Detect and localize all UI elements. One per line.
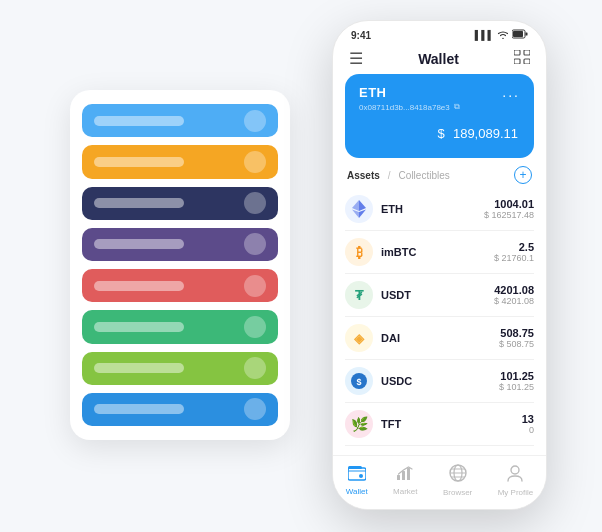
svg-rect-4: [524, 50, 530, 55]
color-bar-3: [82, 187, 278, 220]
svg-rect-3: [514, 50, 520, 55]
wallet-nav-label: Wallet: [346, 487, 368, 496]
bar-label: [94, 322, 184, 332]
tab-collectibles[interactable]: Collectibles: [399, 170, 450, 181]
wallet-nav-icon: [348, 465, 366, 485]
bottom-nav: Wallet Market: [333, 455, 546, 509]
profile-nav-icon: [506, 464, 524, 486]
svg-rect-14: [348, 466, 362, 469]
svg-marker-8: [359, 200, 366, 211]
svg-rect-16: [397, 475, 400, 480]
svg-rect-6: [524, 59, 530, 64]
bar-icon: [244, 192, 266, 214]
svg-text:$: $: [356, 377, 361, 387]
usdt-icon: ₮: [345, 281, 373, 309]
assets-tabs: Assets / Collectibles: [347, 170, 450, 181]
imbtc-icon: ₿: [345, 238, 373, 266]
asset-row-usdc[interactable]: $ USDC 101.25 $ 101.25: [345, 360, 534, 403]
color-bar-4: [82, 228, 278, 261]
asset-values-usdt: 4201.08 $ 4201.08: [494, 284, 534, 306]
status-time: 9:41: [351, 30, 371, 41]
svg-rect-18: [407, 468, 410, 480]
imbtc-usd: $ 21760.1: [494, 253, 534, 263]
tft-usd: 0: [522, 425, 534, 435]
eth-card-header: ETH ...: [359, 84, 520, 100]
status-bar: 9:41 ▌▌▌: [333, 21, 546, 45]
asset-values-tft: 13 0: [522, 413, 534, 435]
menu-icon[interactable]: ☰: [349, 49, 363, 68]
svg-marker-7: [352, 200, 359, 211]
bar-icon: [244, 398, 266, 420]
dai-amount: 508.75: [499, 327, 534, 339]
amount-value: 189,089.11: [453, 126, 518, 141]
bar-label: [94, 363, 184, 373]
bar-label: [94, 198, 184, 208]
bar-icon: [244, 275, 266, 297]
usdt-usd: $ 4201.08: [494, 296, 534, 306]
dai-usd: $ 508.75: [499, 339, 534, 349]
eth-card-title: ETH: [359, 85, 387, 100]
nav-item-market[interactable]: Market: [393, 465, 417, 496]
asset-list: ETH 1004.01 $ 162517.48 ₿ imBTC 2.5 $ 21…: [333, 188, 546, 455]
assets-header: Assets / Collectibles +: [333, 158, 546, 188]
asset-values-imbtc: 2.5 $ 21760.1: [494, 241, 534, 263]
nav-item-profile[interactable]: My Profile: [498, 464, 534, 497]
background-card: [70, 90, 290, 440]
nav-item-browser[interactable]: Browser: [443, 464, 472, 497]
tft-amount: 13: [522, 413, 534, 425]
eth-card-menu-icon[interactable]: ...: [502, 84, 520, 100]
wifi-icon: [497, 29, 509, 41]
add-asset-button[interactable]: +: [514, 166, 532, 184]
color-bar-5: [82, 269, 278, 302]
asset-name-eth: ETH: [381, 203, 484, 215]
bar-label: [94, 239, 184, 249]
currency-symbol: $: [438, 126, 445, 141]
asset-row-tft[interactable]: 🌿 TFT 13 0: [345, 403, 534, 446]
expand-icon[interactable]: [514, 50, 530, 68]
phone-frame: 9:41 ▌▌▌ ☰ Wallet: [332, 20, 547, 510]
asset-name-tft: TFT: [381, 418, 522, 430]
market-nav-label: Market: [393, 487, 417, 496]
asset-row-eth[interactable]: ETH 1004.01 $ 162517.48: [345, 188, 534, 231]
svg-rect-1: [526, 33, 528, 36]
tab-assets[interactable]: Assets: [347, 170, 380, 181]
bar-label: [94, 281, 184, 291]
asset-values-eth: 1004.01 $ 162517.48: [484, 198, 534, 220]
bar-label: [94, 157, 184, 167]
asset-values-dai: 508.75 $ 508.75: [499, 327, 534, 349]
nav-item-wallet[interactable]: Wallet: [346, 465, 368, 496]
browser-nav-label: Browser: [443, 488, 472, 497]
svg-rect-2: [513, 31, 523, 37]
svg-marker-9: [352, 210, 359, 219]
profile-nav-label: My Profile: [498, 488, 534, 497]
eth-amount: 1004.01: [484, 198, 534, 210]
asset-row-usdt[interactable]: ₮ USDT 4201.08 $ 4201.08: [345, 274, 534, 317]
eth-icon: [345, 195, 373, 223]
eth-wallet-card[interactable]: ETH ... 0x08711d3b...8418a78e3 ⧉ $ 189,0…: [345, 74, 534, 158]
status-icons: ▌▌▌: [475, 29, 528, 41]
eth-usd: $ 162517.48: [484, 210, 534, 220]
dai-icon: ◈: [345, 324, 373, 352]
copy-icon[interactable]: ⧉: [454, 102, 460, 112]
bar-icon: [244, 110, 266, 132]
battery-icon: [512, 29, 528, 41]
color-bar-2: [82, 145, 278, 178]
asset-row-dai[interactable]: ◈ DAI 508.75 $ 508.75: [345, 317, 534, 360]
tft-icon: 🌿: [345, 410, 373, 438]
asset-name-dai: DAI: [381, 332, 499, 344]
svg-point-15: [359, 474, 363, 478]
page-title: Wallet: [418, 51, 459, 67]
color-bar-8: [82, 393, 278, 426]
address-text: 0x08711d3b...8418a78e3: [359, 103, 450, 112]
asset-row-imbtc[interactable]: ₿ imBTC 2.5 $ 21760.1: [345, 231, 534, 274]
asset-name-usdt: USDT: [381, 289, 494, 301]
bar-label: [94, 116, 184, 126]
tab-divider: /: [388, 170, 391, 181]
color-bar-6: [82, 310, 278, 343]
color-bar-1: [82, 104, 278, 137]
eth-card-address: 0x08711d3b...8418a78e3 ⧉: [359, 102, 520, 112]
asset-values-usdc: 101.25 $ 101.25: [499, 370, 534, 392]
bar-icon: [244, 151, 266, 173]
svg-point-24: [511, 466, 519, 474]
browser-nav-icon: [449, 464, 467, 486]
